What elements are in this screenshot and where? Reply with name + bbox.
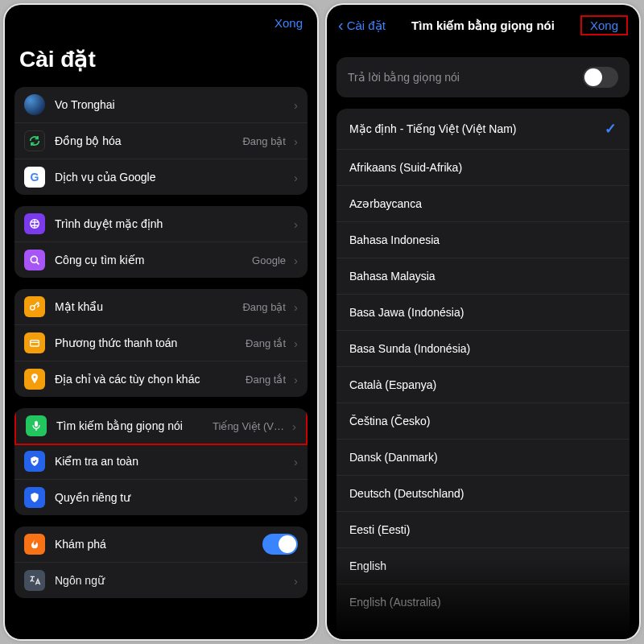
- google-services-row[interactable]: G Dịch vụ của Google ›: [14, 159, 308, 195]
- safety-check-row[interactable]: Kiểm tra an toàn ›: [14, 444, 308, 480]
- voice-reply-card: Trả lời bằng giọng nói: [336, 57, 630, 97]
- payment-label: Phương thức thanh toán: [55, 336, 246, 349]
- sync-detail: Đang bật: [242, 135, 286, 147]
- svg-point-2: [31, 306, 35, 310]
- language-label: Ngôn ngữ: [55, 574, 291, 587]
- payment-row[interactable]: Phương thức thanh toán Đang tắt ›: [14, 325, 308, 361]
- language-option[interactable]: Deutsch (Deutschland): [336, 476, 630, 512]
- search-engine-detail: Google: [252, 254, 286, 266]
- autofill-group: Mật khẩu Đang bật › Phương thức thanh to…: [14, 289, 308, 397]
- voice-reply-toggle[interactable]: [583, 67, 618, 88]
- chevron-right-icon: ›: [294, 574, 298, 588]
- account-row[interactable]: Vo Tronghai ›: [14, 87, 308, 123]
- chevron-left-icon: ‹: [338, 16, 344, 35]
- language-option[interactable]: Basa Sunda (Indonésia): [336, 331, 630, 367]
- screen-title: Tìm kiếm bằng giọng nói: [411, 19, 555, 33]
- check-icon: ✓: [605, 120, 617, 138]
- flame-icon: [24, 534, 45, 555]
- google-services-label: Dịch vụ của Google: [55, 171, 291, 184]
- language-option-label: Azərbaycanca: [349, 197, 617, 210]
- explore-label: Khám phá: [55, 538, 262, 551]
- chevron-right-icon: ›: [292, 419, 296, 433]
- account-name: Vo Tronghai: [55, 98, 291, 111]
- privacy-row[interactable]: Quyền riêng tư ›: [14, 480, 308, 515]
- language-option[interactable]: English (Australia): [336, 584, 630, 620]
- payment-detail: Đang tắt: [246, 337, 286, 349]
- explore-toggle[interactable]: [262, 534, 298, 555]
- topbar: ‹ Cài đặt Tìm kiếm bằng giọng nói Xong: [327, 5, 639, 41]
- language-option-label: English (Australia): [349, 596, 617, 609]
- svg-rect-5: [35, 421, 38, 427]
- chevron-right-icon: ›: [294, 217, 298, 231]
- language-option[interactable]: Basa Jawa (Indonésia): [336, 295, 630, 331]
- privacy-label: Quyền riêng tư: [55, 491, 291, 504]
- chevron-right-icon: ›: [294, 171, 298, 184]
- privacy-icon: [24, 487, 45, 508]
- done-button[interactable]: Xong: [580, 15, 628, 35]
- language-option[interactable]: Azərbaycanca: [336, 186, 630, 222]
- language-option-label: Afrikaans (Suid-Afrika): [349, 161, 617, 174]
- language-option-label: Dansk (Danmark): [349, 451, 617, 464]
- language-option-label: Basa Sunda (Indonésia): [349, 342, 617, 355]
- svg-point-1: [31, 256, 37, 262]
- browser-icon: [24, 213, 45, 234]
- svg-point-4: [34, 376, 36, 378]
- language-option-label: Mặc định - Tiếng Việt (Việt Nam): [349, 122, 605, 135]
- sync-row[interactable]: Đồng bộ hóa Đang bật ›: [14, 123, 308, 159]
- default-browser-label: Trình duyệt mặc định: [55, 217, 291, 230]
- voice-search-row[interactable]: Tìm kiếm bằng giọng nói Tiếng Việt (V… ›: [14, 408, 308, 445]
- language-option-label: Català (Espanya): [349, 378, 617, 391]
- language-option-label: Bahasa Indonesia: [349, 233, 617, 246]
- language-option[interactable]: English: [336, 548, 630, 584]
- explore-row[interactable]: Khám phá: [14, 526, 308, 563]
- browser-group: Trình duyệt mặc định › Công cụ tìm kiếm …: [14, 206, 308, 278]
- language-option[interactable]: Čeština (Česko): [336, 403, 630, 440]
- voice-privacy-group: Tìm kiếm bằng giọng nói Tiếng Việt (V… ›…: [14, 408, 308, 515]
- sync-label: Đồng bộ hóa: [55, 134, 242, 147]
- chevron-right-icon: ›: [294, 98, 298, 112]
- language-row[interactable]: Ngôn ngữ ›: [14, 563, 308, 598]
- default-browser-row[interactable]: Trình duyệt mặc định ›: [14, 206, 308, 242]
- language-option[interactable]: Bahasa Malaysia: [336, 258, 630, 295]
- language-option-label: English: [349, 559, 617, 572]
- safety-check-label: Kiểm tra an toàn: [55, 455, 291, 468]
- svg-rect-3: [31, 341, 39, 346]
- chevron-right-icon: ›: [294, 373, 298, 386]
- voice-search-detail: Tiếng Việt (V…: [213, 420, 284, 432]
- voice-search-screen: ‹ Cài đặt Tìm kiếm bằng giọng nói Xong T…: [327, 5, 639, 639]
- back-button[interactable]: ‹ Cài đặt: [338, 16, 386, 35]
- language-list: Mặc định - Tiếng Việt (Việt Nam)✓Afrikaa…: [336, 109, 630, 639]
- card-icon: [24, 332, 45, 353]
- language-icon: [24, 570, 45, 591]
- language-option[interactable]: Mặc định - Tiếng Việt (Việt Nam)✓: [336, 109, 630, 150]
- topbar: Xong: [5, 5, 317, 36]
- back-label: Cài đặt: [347, 19, 386, 33]
- language-option[interactable]: Dansk (Danmark): [336, 440, 630, 476]
- language-option-label: Deutsch (Deutschland): [349, 487, 617, 500]
- page-title: Cài đặt: [5, 36, 317, 87]
- sync-icon: [24, 130, 45, 151]
- google-icon: G: [24, 167, 45, 188]
- language-option[interactable]: Català (Espanya): [336, 367, 630, 403]
- done-button[interactable]: Xong: [275, 16, 303, 30]
- chevron-right-icon: ›: [294, 134, 298, 148]
- passwords-row[interactable]: Mật khẩu Đang bật ›: [14, 289, 308, 325]
- chevron-right-icon: ›: [294, 491, 298, 505]
- search-engine-row[interactable]: Công cụ tìm kiếm Google ›: [14, 242, 308, 278]
- chevron-right-icon: ›: [294, 254, 298, 267]
- voice-reply-label: Trả lời bằng giọng nói: [348, 71, 460, 84]
- voice-search-label: Tìm kiếm bằng giọng nói: [56, 419, 213, 432]
- explore-group: Khám phá Ngôn ngữ ›: [14, 526, 308, 598]
- passwords-label: Mật khẩu: [55, 300, 242, 313]
- language-option[interactable]: Afrikaans (Suid-Afrika): [336, 150, 630, 186]
- address-label: Địa chỉ và các tùy chọn khác: [55, 373, 246, 386]
- language-option[interactable]: Eesti (Eesti): [336, 512, 630, 548]
- address-row[interactable]: Địa chỉ và các tùy chọn khác Đang tắt ›: [14, 361, 308, 397]
- shield-icon: [24, 451, 45, 472]
- avatar: [24, 94, 45, 115]
- language-option-label: Bahasa Malaysia: [349, 270, 617, 283]
- language-option[interactable]: Bahasa Indonesia: [336, 222, 630, 258]
- search-icon: [24, 250, 45, 270]
- mic-icon: [26, 415, 47, 436]
- passwords-detail: Đang bật: [242, 301, 286, 313]
